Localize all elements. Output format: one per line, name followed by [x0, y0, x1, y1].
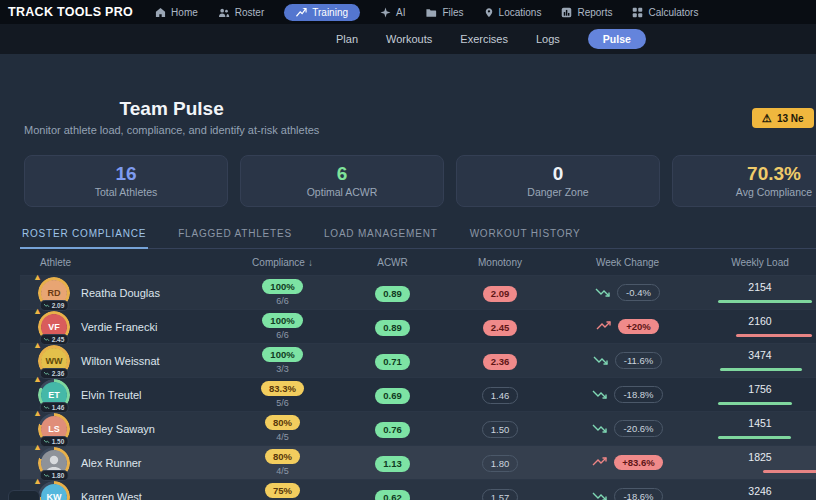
- tab-flagged-athletes[interactable]: FLAGGED ATHLETES: [176, 219, 294, 249]
- alert-badge-label: 13 Ne: [777, 113, 804, 124]
- page-subtitle: Monitor athlete load, compliance, and id…: [24, 124, 319, 136]
- tab-load-management[interactable]: LOAD MANAGEMENT: [322, 219, 440, 249]
- weekly-load-bar: [763, 470, 816, 473]
- week-change-pill: +83.6%: [614, 455, 663, 470]
- trend-mini-icon: [44, 405, 50, 410]
- weekly-load-value: 3474: [695, 349, 816, 361]
- table-row[interactable]: KW ▲ 1.57 Karren West 75% 3/4 0.62 1.57 …: [20, 479, 816, 500]
- weekly-load-value: 3246: [695, 485, 816, 497]
- week-change-pill: -11.6%: [615, 352, 662, 369]
- trend-mini-icon: [44, 303, 50, 308]
- tab-roster-compliance[interactable]: ROSTER COMPLIANCE: [20, 219, 148, 249]
- monotony-cell: 1.80: [440, 453, 560, 472]
- monotony-pill: 1.50: [482, 421, 519, 438]
- table-row[interactable]: RD ▲ 2.09 Reatha Douglas 100% 6/6 0.89 2…: [20, 275, 816, 309]
- files-icon: [425, 7, 437, 18]
- monotony-pill: 2.36: [483, 354, 518, 369]
- subnav-item-pulse[interactable]: Pulse: [588, 29, 646, 49]
- sort-desc-icon: ↓: [308, 257, 313, 268]
- page-header: Team Pulse Monitor athlete load, complia…: [0, 54, 816, 143]
- acwr-pill: 0.71: [375, 354, 410, 369]
- week-change-cell: -11.6%: [560, 352, 695, 369]
- warning-icon: ▲: [33, 273, 42, 282]
- acwr-cell: 0.89: [345, 283, 440, 301]
- athlete-cell: ET ▲ 1.46 Elvin Treutel: [20, 381, 220, 409]
- weekly-load-value: 1451: [695, 417, 816, 429]
- trending-down-icon: [595, 286, 611, 298]
- nav-item-ai[interactable]: AI: [380, 7, 405, 18]
- acwr-cell: 0.62: [345, 487, 440, 500]
- calculators-icon: [632, 7, 643, 18]
- athlete-cell: ▲ 1.80 Alex Runner: [20, 449, 220, 477]
- acwr-pill: 0.89: [375, 286, 410, 301]
- nav-item-locations[interactable]: Locations: [484, 7, 542, 18]
- top-nav: TRACK TOOLS PRO Home Roster Training AI …: [0, 0, 816, 24]
- week-change-cell: -0.4%: [560, 284, 695, 301]
- table-row[interactable]: VF ▲ 2.45 Verdie Franecki 100% 6/6 0.89 …: [20, 309, 816, 343]
- nav-item-home[interactable]: Home: [155, 7, 198, 18]
- avatar: WW ▲ 2.36: [40, 347, 68, 375]
- nav-item-training[interactable]: Training: [284, 4, 360, 21]
- compliance-cell: 80% 4/5: [220, 415, 345, 442]
- acwr-pill: 1.13: [375, 456, 410, 471]
- acwr-cell: 0.69: [345, 385, 440, 403]
- mini-badge-value: 1.80: [52, 472, 65, 479]
- subnav-item-plan[interactable]: Plan: [336, 33, 358, 45]
- stat-card-avg-compliance: 70.3% Avg Compliance: [672, 155, 816, 207]
- stat-value: 0: [553, 164, 564, 183]
- table-row[interactable]: LS ▲ 1.50 Lesley Sawayn 80% 4/5 0.76 1.5…: [20, 411, 816, 445]
- acwr-pill: 0.76: [375, 422, 410, 437]
- monotony-pill: 1.46: [482, 387, 519, 404]
- week-change-pill: -0.4%: [617, 284, 660, 301]
- warning-triangle-icon: ⚠: [762, 112, 772, 125]
- trending-down-icon: [592, 490, 608, 500]
- avatar: ▲ 1.80: [40, 449, 68, 477]
- tab-workout-history[interactable]: WORKOUT HISTORY: [468, 219, 583, 249]
- stat-card-total-athletes: 16 Total Athletes: [24, 155, 228, 207]
- week-change-cell: +20%: [560, 319, 695, 334]
- subnav-item-workouts[interactable]: Workouts: [386, 33, 432, 45]
- athlete-name: Wilton Weissnat: [81, 355, 160, 367]
- subnav-item-exercises[interactable]: Exercises: [460, 33, 508, 45]
- col-header-compliance[interactable]: Compliance↓: [220, 257, 345, 268]
- compliance-pill: 75%: [265, 483, 300, 498]
- table-row[interactable]: WW ▲ 2.36 Wilton Weissnat 100% 3/3 0.71 …: [20, 343, 816, 377]
- reports-icon: [561, 7, 572, 18]
- table-row[interactable]: ▲ 1.80 Alex Runner 80% 4/5 1.13 1.80 +83…: [20, 445, 816, 479]
- table-header-row: Athlete Compliance↓ ACWR Monotony Week C…: [20, 249, 816, 275]
- compliance-pill: 80%: [265, 449, 300, 464]
- compliance-pill: 83.3%: [261, 381, 304, 396]
- bottom-left-widget[interactable]: [8, 490, 40, 500]
- nav-item-roster[interactable]: Roster: [218, 7, 264, 18]
- avatar-mini-badge: 2.36: [40, 368, 69, 379]
- weekly-load-cell: 3474: [695, 344, 816, 377]
- weekly-load-value: 2154: [695, 281, 816, 293]
- athlete-name: Verdie Franecki: [81, 321, 157, 333]
- nav-item-calculators[interactable]: Calculators: [632, 7, 698, 18]
- monotony-pill: 2.09: [483, 286, 518, 301]
- avatar-mini-badge: 2.09: [40, 300, 69, 311]
- mini-badge-value: 1.50: [52, 438, 65, 445]
- athlete-cell: RD ▲ 2.09 Reatha Douglas: [20, 279, 220, 307]
- acwr-cell: 0.76: [345, 419, 440, 437]
- monotony-cell: 1.46: [440, 385, 560, 404]
- nav-item-reports[interactable]: Reports: [561, 7, 612, 18]
- weekly-load-bar: [720, 368, 802, 371]
- ai-icon: [380, 7, 391, 18]
- weekly-load-value: 1825: [695, 451, 816, 463]
- subnav-item-logs[interactable]: Logs: [536, 33, 560, 45]
- acwr-pill: 0.62: [375, 490, 410, 500]
- monotony-pill: 1.80: [482, 455, 519, 472]
- weekly-load-value: 2160: [695, 315, 816, 327]
- nav-item-files[interactable]: Files: [425, 7, 463, 18]
- compliance-pill: 100%: [262, 279, 302, 294]
- acwr-cell: 0.71: [345, 351, 440, 369]
- stat-value: 16: [115, 164, 136, 183]
- table-row[interactable]: ET ▲ 1.46 Elvin Treutel 83.3% 5/6 0.69 1…: [20, 377, 816, 411]
- athlete-cell: LS ▲ 1.50 Lesley Sawayn: [20, 415, 220, 443]
- stat-card-optimal-acwr: 6 Optimal ACWR: [240, 155, 444, 207]
- week-change-pill: -18.8%: [614, 386, 662, 403]
- stat-label: Total Athletes: [95, 186, 157, 198]
- alert-badge[interactable]: ⚠ 13 Ne: [752, 108, 814, 128]
- athlete-cell: WW ▲ 2.36 Wilton Weissnat: [20, 347, 220, 375]
